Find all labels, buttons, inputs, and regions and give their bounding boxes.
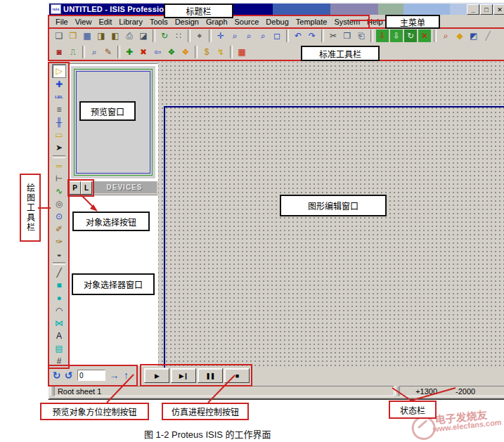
current-probe-icon[interactable]: ✑	[53, 235, 65, 248]
statusbar-grip[interactable]	[395, 386, 399, 396]
origin-icon[interactable]: ⌖	[193, 30, 206, 42]
block-move-icon[interactable]: ⇩	[390, 30, 403, 42]
rotate-anticlockwise-button[interactable]: ↺	[63, 369, 75, 382]
redraw-icon[interactable]: ↻	[158, 30, 171, 42]
mirror-horizontal-button[interactable]: →	[108, 369, 120, 382]
copy-icon[interactable]: ❒	[341, 30, 354, 42]
subcircuit-icon[interactable]: ▭	[53, 129, 65, 141]
search-tag-icon[interactable]: ⌕	[88, 46, 101, 58]
packaging-tool-icon[interactable]: ◩	[467, 30, 480, 42]
cut-icon[interactable]: ✂	[327, 30, 340, 42]
step-button[interactable]: ▶❙	[171, 368, 196, 383]
open-file-icon[interactable]: ❐	[67, 30, 79, 42]
wire-autorouter-icon[interactable]: ⎍	[67, 46, 79, 58]
2d-line-icon[interactable]: ╱	[53, 266, 65, 279]
zoom-out-icon[interactable]: ⌕	[243, 30, 255, 42]
text-script-icon[interactable]: ≡	[53, 103, 65, 116]
make-device-icon[interactable]: ◆	[453, 30, 466, 42]
menu-item[interactable]: View	[72, 17, 96, 27]
minimize-button[interactable]: _	[467, 4, 479, 15]
toolbar-button[interactable]	[434, 30, 437, 42]
import-section-icon[interactable]: ◨	[95, 30, 108, 42]
toolbar-button[interactable]	[370, 30, 373, 42]
2d-box-icon[interactable]: ■	[53, 279, 65, 292]
mode-button[interactable]	[53, 262, 65, 265]
bill-of-materials-icon[interactable]: $	[200, 46, 213, 58]
junction-dot-icon[interactable]: ✚	[53, 78, 65, 91]
new-file-icon[interactable]: ❏	[53, 30, 65, 42]
component-mode-icon[interactable]: ▷	[52, 64, 66, 78]
zoom-in-icon[interactable]: ⌕	[228, 30, 241, 42]
menu-item[interactable]: Debug	[262, 17, 292, 27]
block-copy-icon[interactable]: ⇩	[376, 30, 389, 42]
toolbar-button[interactable]	[209, 30, 212, 42]
goto-parent-icon[interactable]: ⇦	[151, 46, 164, 58]
netlist-compile-icon[interactable]: ❖	[179, 46, 192, 58]
paste-icon[interactable]: ⎗	[355, 30, 368, 42]
close-button[interactable]: ✕	[493, 4, 504, 15]
toolbar-button[interactable]	[321, 30, 324, 42]
library-manage-button[interactable]: L	[81, 181, 92, 195]
zoom-area-icon[interactable]: ◻	[271, 30, 283, 42]
menu-item[interactable]: System	[330, 17, 363, 27]
mirror-vertical-button[interactable]: ↑	[120, 369, 132, 382]
mode-button[interactable]	[53, 155, 65, 158]
toolbar-button[interactable]	[188, 30, 190, 42]
2d-path-icon[interactable]: ⋈	[53, 317, 65, 330]
rotate-clockwise-button[interactable]: ↻	[51, 369, 63, 382]
menu-item[interactable]: Help	[363, 17, 387, 27]
property-assignment-icon[interactable]: ✎	[102, 46, 115, 58]
device-pin-icon[interactable]: ⊢	[53, 172, 65, 185]
toolbar-button[interactable]	[286, 30, 289, 42]
save-file-icon[interactable]: ▦	[81, 30, 93, 42]
toolbar-button[interactable]	[153, 30, 155, 42]
menu-item[interactable]: Source	[231, 17, 263, 27]
realtime-annotation-icon[interactable]: ◙	[53, 46, 65, 58]
toggle-grid-icon[interactable]: ∷	[172, 30, 185, 42]
pan-icon[interactable]: ✛	[214, 30, 227, 42]
redo-icon[interactable]: ↷	[306, 30, 318, 42]
virtual-instrument-icon[interactable]: ◒	[53, 248, 65, 261]
new-sheet-icon[interactable]: ✚	[123, 46, 136, 58]
pick-devices-button[interactable]: P	[69, 181, 81, 195]
rotation-angle-input[interactable]	[77, 370, 105, 381]
undo-icon[interactable]: ↶	[292, 30, 304, 42]
zoom-all-icon[interactable]: ⌕	[257, 30, 269, 42]
view-netlist-icon[interactable]: ❖	[165, 46, 178, 58]
print-icon[interactable]: ⎙	[123, 30, 136, 42]
decompose-icon[interactable]: ╱	[482, 30, 494, 42]
block-rotate-icon[interactable]: ↻	[404, 30, 417, 42]
toolbar-button[interactable]	[230, 46, 233, 58]
remove-sheet-icon[interactable]: ✖	[137, 46, 150, 58]
2d-symbol-icon[interactable]: ▤	[53, 342, 65, 355]
graph-mode-icon[interactable]: ∿	[53, 185, 65, 197]
block-delete-icon[interactable]: ✕	[418, 30, 431, 42]
export-section-icon[interactable]: ◧	[109, 30, 122, 42]
menu-item[interactable]: File	[52, 17, 72, 27]
pick-device-icon[interactable]: ⌕	[439, 30, 452, 42]
menu-item[interactable]: Library	[115, 17, 146, 27]
stop-button[interactable]: ■	[224, 368, 250, 383]
bus-icon[interactable]: ╫	[53, 116, 65, 129]
menu-item[interactable]: Template	[292, 17, 331, 27]
voltage-probe-icon[interactable]: ✐	[53, 223, 65, 235]
toolbar-button[interactable]	[195, 46, 198, 58]
toolbar-button[interactable]	[117, 46, 120, 58]
play-button[interactable]: ▶	[144, 368, 169, 383]
pause-button[interactable]: ❚❚	[198, 368, 223, 383]
wire-label-icon[interactable]: LBL	[53, 91, 65, 103]
terminal-icon[interactable]: ═	[53, 160, 65, 172]
2d-arc-icon[interactable]: ◠	[53, 304, 65, 317]
2d-text-icon[interactable]: A	[53, 330, 65, 342]
netlist-to-ares-icon[interactable]: ▦	[235, 46, 248, 58]
maximize-button[interactable]: □	[480, 4, 493, 15]
toolbar-button[interactable]	[82, 46, 85, 58]
menu-item[interactable]: Edit	[95, 17, 115, 27]
mark-output-area-icon[interactable]: ◪	[137, 30, 150, 42]
2d-circle-icon[interactable]: ●	[53, 292, 65, 304]
tape-recorder-icon[interactable]: ◎	[53, 197, 65, 210]
generator-icon[interactable]: ⊙	[53, 210, 65, 223]
statusbar-grip[interactable]	[50, 386, 53, 396]
instant-edit-icon[interactable]: ➤	[53, 141, 65, 154]
electrical-rules-icon[interactable]: ↯	[214, 46, 227, 58]
